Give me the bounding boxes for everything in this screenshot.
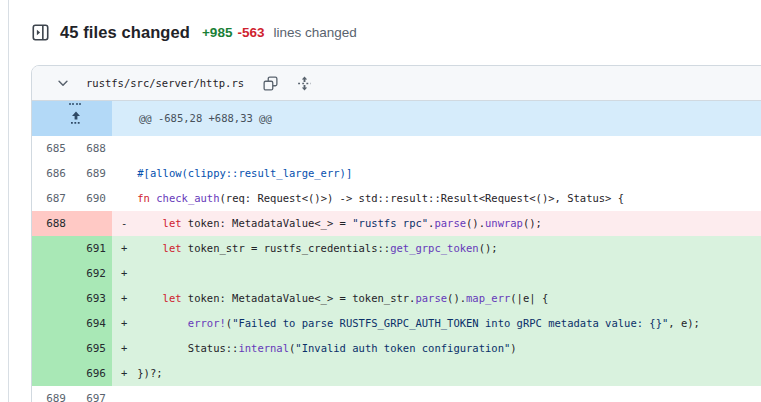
copy-path-button[interactable] xyxy=(258,71,282,95)
panel-toggle-icon xyxy=(32,24,49,41)
diff-sign: + xyxy=(121,336,127,361)
diff-sign: + xyxy=(121,286,127,311)
new-line-number[interactable]: 689 xyxy=(72,161,112,186)
code-line: #[allow(clippy::result_large_err)] xyxy=(112,161,761,186)
diff-sign: + xyxy=(121,261,127,286)
new-line-number[interactable]: 694 xyxy=(72,311,112,336)
new-line-number[interactable] xyxy=(72,211,112,236)
code-line xyxy=(112,136,761,161)
diff-row: 692+ xyxy=(32,261,761,286)
new-line-number[interactable]: 688 xyxy=(72,136,112,161)
expand-all-hunks-button[interactable] xyxy=(292,71,316,95)
code-line: + xyxy=(112,261,761,286)
old-line-number[interactable]: 685 xyxy=(32,136,72,161)
diff-row: 685688 xyxy=(32,136,761,161)
diff-row: 691+ let token_str = rustfs_credentials:… xyxy=(32,236,761,261)
panel-divider xyxy=(8,0,9,402)
old-line-number[interactable] xyxy=(32,261,72,286)
diff-sign: + xyxy=(121,236,127,261)
diff-summary-header: 45 files changed +985 -563 lines changed xyxy=(30,22,357,42)
diff-row: 689697 xyxy=(32,386,761,402)
old-line-number[interactable] xyxy=(32,361,72,386)
file-tree-toggle-button[interactable] xyxy=(30,22,50,42)
old-line-number[interactable]: 688 xyxy=(32,211,72,236)
diff-row: 695+ Status::internal("Invalid auth toke… xyxy=(32,336,761,361)
diff-row: 694+ error!("Failed to parse RUSTFS_GRPC… xyxy=(32,311,761,336)
new-line-number[interactable]: 693 xyxy=(72,286,112,311)
collapse-file-button[interactable] xyxy=(52,72,74,94)
file-header: rustfs/src/server/http.rs xyxy=(32,66,761,101)
expand-hunk-up-button[interactable] xyxy=(32,101,112,136)
code-line: - let token: MetadataValue<_> = "rustfs … xyxy=(112,211,761,236)
old-line-number[interactable] xyxy=(32,236,72,261)
code-line: + error!("Failed to parse RUSTFS_GRPC_AU… xyxy=(112,311,761,336)
lines-changed-label: lines changed xyxy=(273,25,356,40)
diff-row: 693+ let token: MetadataValue<_> = token… xyxy=(32,286,761,311)
code-line: + })?; xyxy=(112,361,761,386)
diff-table: @@ -685,28 +688,33 @@685688686689 #[allo… xyxy=(32,101,761,402)
diff-row: 696+ })?; xyxy=(32,361,761,386)
chevron-down-icon xyxy=(56,76,70,90)
old-line-number[interactable]: 689 xyxy=(32,386,72,402)
new-line-number[interactable]: 692 xyxy=(72,261,112,286)
old-line-number[interactable]: 686 xyxy=(32,161,72,186)
file-path-link[interactable]: rustfs/src/server/http.rs xyxy=(86,77,244,89)
new-line-number[interactable]: 695 xyxy=(72,336,112,361)
old-line-number[interactable] xyxy=(32,311,72,336)
old-line-number[interactable] xyxy=(32,336,72,361)
code-line: + let token_str = rustfs_credentials::ge… xyxy=(112,236,761,261)
files-changed-title: 45 files changed xyxy=(60,23,190,42)
deletions-count: -563 xyxy=(237,25,264,40)
diff-sign: + xyxy=(121,361,127,386)
hunk-header-text: @@ -685,28 +688,33 @@ xyxy=(112,101,761,136)
new-line-number[interactable]: 691 xyxy=(72,236,112,261)
copy-icon xyxy=(263,76,278,91)
diff-sign: - xyxy=(121,211,127,236)
new-line-number[interactable]: 697 xyxy=(72,386,112,402)
diff-row: 686689 #[allow(clippy::result_large_err)… xyxy=(32,161,761,186)
new-line-number[interactable]: 690 xyxy=(72,186,112,211)
diff-sign: + xyxy=(121,311,127,336)
old-line-number[interactable]: 687 xyxy=(32,186,72,211)
new-line-number[interactable]: 696 xyxy=(72,361,112,386)
code-line xyxy=(112,386,761,402)
diff-row: 687690 fn check_auth(req: Request<()>) -… xyxy=(32,186,761,211)
old-line-number[interactable] xyxy=(32,286,72,311)
lines-changed-counts: +985 -563 lines changed xyxy=(202,25,357,40)
code-line: + let token: MetadataValue<_> = token_st… xyxy=(112,286,761,311)
code-line: + Status::internal("Invalid auth token c… xyxy=(112,336,761,361)
additions-count: +985 xyxy=(202,25,232,40)
hunk-row: @@ -685,28 +688,33 @@ xyxy=(32,101,761,136)
file-diff-card: rustfs/src/server/http.rs @@ -685,28 +68… xyxy=(31,65,761,402)
unfold-icon xyxy=(297,76,312,91)
code-line: fn check_auth(req: Request<()>) -> std::… xyxy=(112,186,761,211)
diff-row: 688- let token: MetadataValue<_> = "rust… xyxy=(32,211,761,236)
